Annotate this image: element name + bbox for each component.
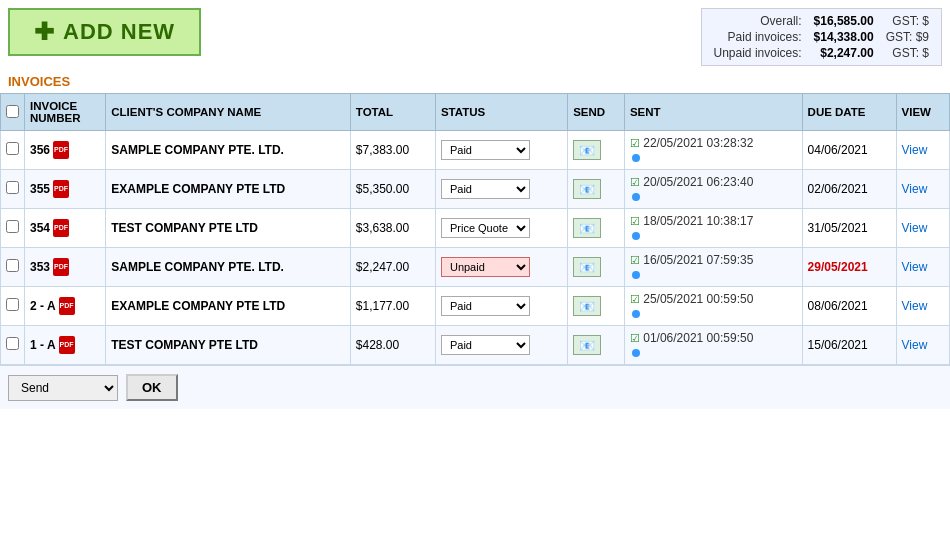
invoice-number-cell: 1 - A PDF — [25, 326, 106, 365]
company-name: SAMPLE COMPANY PTE. LTD. — [111, 143, 284, 157]
view-link[interactable]: View — [902, 299, 928, 313]
view-link[interactable]: View — [902, 143, 928, 157]
total-cell: $428.00 — [350, 326, 435, 365]
header-sent: SENT — [624, 94, 802, 131]
status-select[interactable]: PaidUnpaidPrice Quote — [441, 140, 530, 160]
invoice-number-cell: 353 PDF — [25, 248, 106, 287]
company-name: EXAMPLE COMPANY PTE LTD — [111, 182, 285, 196]
view-link[interactable]: View — [902, 221, 928, 235]
company-name: TEST COMPANY PTE LTD — [111, 221, 258, 235]
pdf-icon[interactable]: PDF — [59, 297, 75, 315]
table-row: 354 PDF TEST COMPANY PTE LTD$3,638.00Pai… — [1, 209, 950, 248]
paid-gst: GST: $9 — [880, 29, 935, 45]
pdf-icon[interactable]: PDF — [53, 219, 69, 237]
row-checkbox[interactable] — [6, 298, 19, 311]
pdf-icon[interactable]: PDF — [59, 336, 75, 354]
pdf-icon[interactable]: PDF — [53, 258, 69, 276]
total-cell: $2,247.00 — [350, 248, 435, 287]
sent-checkmark: ☑ — [630, 293, 640, 305]
status-cell: PaidUnpaidPrice Quote — [435, 209, 567, 248]
header-due-date: DUE DATE — [802, 94, 896, 131]
row-checkbox-cell — [1, 209, 25, 248]
sent-checkmark: ☑ — [630, 215, 640, 227]
company-name: SAMPLE COMPANY PTE. LTD. — [111, 260, 284, 274]
sent-cell: ☑ 16/05/2021 07:59:35 — [624, 248, 802, 287]
company-name: TEST COMPANY PTE LTD — [111, 338, 258, 352]
plus-icon: ✚ — [34, 18, 55, 46]
send-button[interactable]: 📧 — [573, 140, 601, 160]
view-cell: View — [896, 209, 949, 248]
table-row: 355 PDF EXAMPLE COMPANY PTE LTD$5,350.00… — [1, 170, 950, 209]
row-checkbox[interactable] — [6, 181, 19, 194]
sent-dot — [632, 271, 640, 279]
pdf-icon[interactable]: PDF — [53, 180, 69, 198]
invoice-id: 2 - A — [30, 299, 56, 313]
company-name: EXAMPLE COMPANY PTE LTD — [111, 299, 285, 313]
due-date-cell: 04/06/2021 — [802, 131, 896, 170]
invoice-number: 1 - A PDF — [30, 336, 100, 354]
send-cell: 📧 — [568, 131, 625, 170]
row-checkbox-cell — [1, 248, 25, 287]
row-checkbox[interactable] — [6, 142, 19, 155]
status-select[interactable]: PaidUnpaidPrice Quote — [441, 179, 530, 199]
view-link[interactable]: View — [902, 338, 928, 352]
invoice-number: 353 PDF — [30, 258, 100, 276]
view-cell: View — [896, 131, 949, 170]
send-button[interactable]: 📧 — [573, 218, 601, 238]
view-cell: View — [896, 287, 949, 326]
section-title: INVOICES — [0, 70, 950, 93]
company-name-cell: EXAMPLE COMPANY PTE LTD — [106, 287, 351, 326]
send-cell: 📧 — [568, 287, 625, 326]
sent-cell: ☑ 18/05/2021 10:38:17 — [624, 209, 802, 248]
sent-dot — [632, 193, 640, 201]
invoice-number: 2 - A PDF — [30, 297, 100, 315]
send-button[interactable]: 📧 — [573, 335, 601, 355]
select-all-checkbox[interactable] — [6, 105, 19, 118]
row-checkbox[interactable] — [6, 220, 19, 233]
sent-checkmark: ☑ — [630, 332, 640, 344]
status-cell: PaidUnpaidPrice Quote — [435, 287, 567, 326]
pdf-icon[interactable]: PDF — [53, 141, 69, 159]
company-name-cell: SAMPLE COMPANY PTE. LTD. — [106, 131, 351, 170]
status-select[interactable]: PaidUnpaidPrice Quote — [441, 218, 530, 238]
total-cell: $5,350.00 — [350, 170, 435, 209]
send-cell: 📧 — [568, 170, 625, 209]
status-select[interactable]: PaidUnpaidPrice Quote — [441, 257, 530, 277]
header-view: VIEW — [896, 94, 949, 131]
sent-checkmark: ☑ — [630, 176, 640, 188]
due-date-cell: 29/05/2021 — [802, 248, 896, 287]
view-cell: View — [896, 170, 949, 209]
header-status: STATUS — [435, 94, 567, 131]
invoice-id: 354 — [30, 221, 50, 235]
ok-button[interactable]: OK — [126, 374, 178, 401]
status-select[interactable]: PaidUnpaidPrice Quote — [441, 335, 530, 355]
status-select[interactable]: PaidUnpaidPrice Quote — [441, 296, 530, 316]
header-send: SEND — [568, 94, 625, 131]
add-new-button[interactable]: ✚ ADD NEW — [8, 8, 201, 56]
invoice-id: 356 — [30, 143, 50, 157]
send-button[interactable]: 📧 — [573, 179, 601, 199]
view-link[interactable]: View — [902, 260, 928, 274]
due-date-cell: 02/06/2021 — [802, 170, 896, 209]
total-cell: $3,638.00 — [350, 209, 435, 248]
header-checkbox-col — [1, 94, 25, 131]
unpaid-amount: $2,247.00 — [808, 45, 880, 61]
invoice-id: 1 - A — [30, 338, 56, 352]
send-button[interactable]: 📧 — [573, 257, 601, 277]
invoice-id: 353 — [30, 260, 50, 274]
row-checkbox[interactable] — [6, 259, 19, 272]
bulk-action-select[interactable]: Send Mark as Paid Delete — [8, 375, 118, 401]
row-checkbox[interactable] — [6, 337, 19, 350]
send-button[interactable]: 📧 — [573, 296, 601, 316]
view-link[interactable]: View — [902, 182, 928, 196]
send-cell: 📧 — [568, 209, 625, 248]
invoice-number: 355 PDF — [30, 180, 100, 198]
view-cell: View — [896, 326, 949, 365]
status-cell: PaidUnpaidPrice Quote — [435, 326, 567, 365]
unpaid-gst: GST: $ — [880, 45, 935, 61]
view-cell: View — [896, 248, 949, 287]
sent-cell: ☑ 20/05/2021 06:23:40 — [624, 170, 802, 209]
invoice-number-cell: 356 PDF — [25, 131, 106, 170]
company-name-cell: EXAMPLE COMPANY PTE LTD — [106, 170, 351, 209]
table-row: 356 PDF SAMPLE COMPANY PTE. LTD.$7,383.0… — [1, 131, 950, 170]
